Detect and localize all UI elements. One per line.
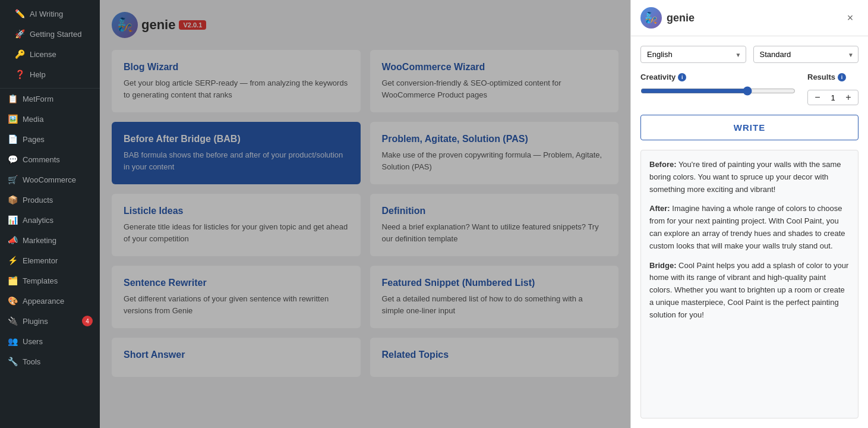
sidebar-item-woocommerce[interactable]: 🛒 WooCommerce [0, 169, 100, 190]
results-section: Results i − 1 + [807, 73, 858, 105]
write-button[interactable]: WRITE [640, 115, 858, 140]
standard-select[interactable]: Standard Premium Economy [753, 46, 859, 63]
panel-genie-text: genie [667, 12, 695, 24]
sidebar-label: Plugins [23, 317, 48, 326]
products-icon: 📦 [7, 194, 18, 205]
marketing-icon: 📣 [7, 235, 18, 246]
output-before: Before: You're tired of painting your wa… [649, 159, 850, 196]
output-after: After: Imagine having a whole range of c… [649, 203, 850, 252]
plugins-icon: 🔌 [7, 316, 18, 326]
sidebar-label: Products [23, 196, 53, 204]
selects-row: English Spanish French German ▼ Standard… [640, 46, 858, 63]
sidebar-label: Elementor [23, 256, 58, 265]
help-icon: ❓ [14, 69, 25, 80]
sidebar-label: Getting Started [30, 30, 81, 39]
after-label: After: [649, 204, 670, 213]
sidebar-label: Tools [23, 357, 40, 366]
results-value: 1 [827, 93, 839, 102]
sidebar-label: Comments [23, 155, 60, 164]
after-text: Imagine having a whole range of colors t… [649, 204, 845, 250]
plugins-badge: 4 [82, 316, 93, 326]
sidebar-item-products[interactable]: 📦 Products [0, 190, 100, 210]
sidebar-label: License [30, 50, 56, 59]
creativity-section: Creativity i [640, 73, 796, 97]
sidebar-label: Marketing [23, 236, 56, 245]
rocket-icon: 🚀 [14, 29, 25, 39]
bridge-label: Bridge: [649, 261, 677, 270]
sidebar-label: AI Writing [30, 10, 63, 18]
sidebar-label: MetForm [23, 95, 53, 103]
elementor-icon: ⚡ [7, 255, 18, 266]
sidebar-item-comments[interactable]: 💬 Comments [0, 149, 100, 169]
sidebar-item-users[interactable]: 👥 Users [0, 331, 100, 351]
sidebar-label: Templates [23, 276, 58, 285]
standard-select-wrap: Standard Premium Economy ▼ [753, 46, 859, 63]
tools-icon: 🔧 [7, 356, 18, 367]
main-overlay [100, 0, 630, 428]
templates-icon: 🗂️ [7, 275, 18, 286]
sidebar-label: Users [23, 337, 43, 346]
sidebar-top-section: ✏️ AI Writing 🚀 Getting Started 🔑 Licens… [0, 0, 100, 89]
woo-icon: 🛒 [7, 174, 18, 185]
sidebar-item-tools[interactable]: 🔧 Tools [0, 351, 100, 372]
creativity-results-row: Creativity i Results i − 1 + [640, 73, 858, 105]
sidebar-item-analytics[interactable]: 📊 Analytics [0, 210, 100, 230]
language-select-wrap: English Spanish French German ▼ [640, 46, 746, 63]
creativity-info-icon[interactable]: i [678, 73, 686, 81]
sidebar-item-media[interactable]: 🖼️ Media [0, 109, 100, 129]
output-area: Before: You're tired of painting your wa… [640, 150, 858, 418]
sidebar-item-appearance[interactable]: 🎨 Appearance [0, 291, 100, 311]
results-stepper: − 1 + [807, 90, 858, 105]
main-content: 🧞 genie V2.0.1 Blog Wizard Get your blog… [100, 0, 630, 428]
before-label: Before: [649, 160, 677, 169]
output-bridge: Bridge: Cool Paint helps you add a splas… [649, 260, 850, 322]
right-panel: 🧞 genie × English Spanish French German … [630, 0, 868, 428]
sidebar-label: Media [23, 115, 43, 124]
sidebar-item-elementor[interactable]: ⚡ Elementor [0, 250, 100, 270]
sidebar-label: Analytics [23, 216, 53, 225]
sidebar: ✏️ AI Writing 🚀 Getting Started 🔑 Licens… [0, 0, 100, 428]
sidebar-item-metform[interactable]: 📋 MetForm [0, 89, 100, 109]
before-text: You're tired of painting your walls with… [649, 160, 841, 194]
sidebar-item-marketing[interactable]: 📣 Marketing [0, 230, 100, 250]
creativity-label: Creativity i [640, 73, 796, 81]
sidebar-item-getting-started[interactable]: 🚀 Getting Started [7, 24, 93, 44]
panel-body: English Spanish French German ▼ Standard… [631, 36, 868, 428]
media-icon: 🖼️ [7, 114, 18, 124]
sidebar-item-plugins[interactable]: 🔌 Plugins 4 [0, 311, 100, 331]
key-icon: 🔑 [14, 49, 25, 59]
edit-icon: ✏️ [14, 8, 25, 19]
pages-icon: 📄 [7, 134, 18, 144]
sidebar-label: Pages [23, 135, 45, 144]
results-label: Results i [807, 73, 858, 81]
appearance-icon: 🎨 [7, 295, 18, 306]
sidebar-item-ai-writing[interactable]: ✏️ AI Writing [7, 4, 93, 24]
sidebar-item-templates[interactable]: 🗂️ Templates [0, 270, 100, 291]
users-icon: 👥 [7, 336, 18, 347]
results-decrement-button[interactable]: − [812, 92, 823, 103]
form-icon: 📋 [7, 93, 18, 104]
sidebar-item-pages[interactable]: 📄 Pages [0, 129, 100, 149]
results-info-icon[interactable]: i [838, 73, 846, 81]
sidebar-label: WooCommerce [23, 175, 76, 184]
bridge-text: Cool Paint helps you add a splash of col… [649, 261, 848, 319]
sidebar-item-help[interactable]: ❓ Help [7, 64, 93, 84]
results-increment-button[interactable]: + [842, 92, 854, 103]
sidebar-label: Appearance [23, 297, 64, 306]
comments-icon: 💬 [7, 154, 18, 165]
creativity-slider-wrap [640, 85, 796, 97]
sidebar-item-license[interactable]: 🔑 License [7, 44, 93, 64]
close-button[interactable]: × [842, 10, 858, 26]
panel-genie-logo: 🧞 genie [640, 7, 695, 29]
panel-genie-icon: 🧞 [640, 7, 662, 29]
sidebar-label: Help [30, 70, 46, 79]
panel-header: 🧞 genie × [631, 0, 868, 36]
language-select[interactable]: English Spanish French German [640, 46, 746, 63]
creativity-slider[interactable] [640, 86, 796, 96]
analytics-icon: 📊 [7, 215, 18, 225]
